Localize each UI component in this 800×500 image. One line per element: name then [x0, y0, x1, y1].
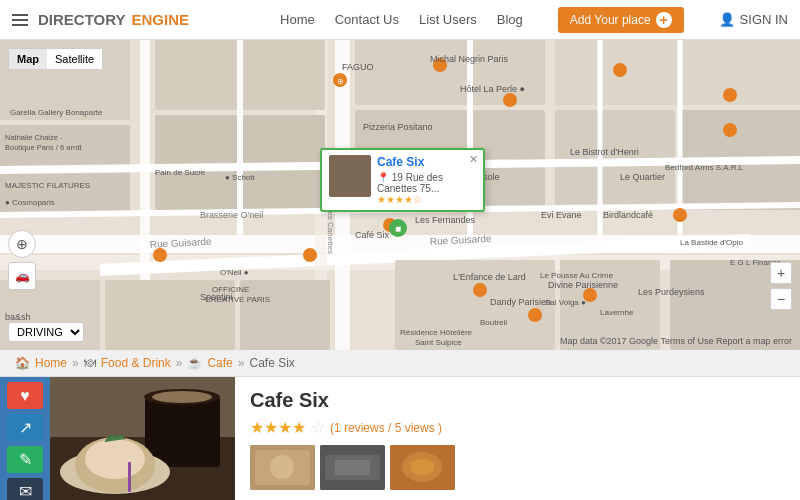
svg-rect-94: [128, 462, 131, 492]
logo-directory: DIRECTORY: [38, 11, 126, 28]
place-name: Cafe Six: [250, 389, 785, 412]
svg-text:Résidence Hôtelière: Résidence Hôtelière: [400, 328, 473, 337]
map-view-button[interactable]: Map: [9, 49, 47, 69]
popup-close-button[interactable]: ✕: [469, 153, 478, 166]
map-attribution: Map data ©2017 Google Terms of Use Repor…: [560, 336, 792, 346]
bottom-section: ♥ ↗ ✎ ✉: [0, 377, 800, 500]
hamburger-menu[interactable]: [12, 14, 28, 26]
popup-address: 📍 19 Rue des Canettes 75...: [377, 172, 476, 194]
svg-text:● Cosmoparis: ● Cosmoparis: [5, 198, 55, 207]
svg-text:L'Enfance de Lard: L'Enfance de Lard: [453, 272, 526, 282]
pin-icon: 📍: [377, 172, 389, 183]
svg-point-39: [673, 208, 687, 222]
logo-engine: ENGINE: [132, 11, 190, 28]
svg-point-103: [410, 459, 434, 475]
svg-rect-88: [145, 397, 220, 467]
svg-text:O'Neil ●: O'Neil ●: [220, 268, 249, 277]
svg-text:Les Purdeysiens: Les Purdeysiens: [638, 287, 705, 297]
plus-icon: +: [656, 12, 672, 28]
svg-text:Michal Negrin Paris: Michal Negrin Paris: [430, 54, 509, 64]
thumbnail-row: [250, 445, 785, 490]
svg-text:● Schott: ● Schott: [225, 173, 256, 182]
svg-text:Brasserie O'neil: Brasserie O'neil: [200, 210, 263, 220]
user-icon: 👤: [719, 12, 735, 27]
zoom-in-button[interactable]: +: [770, 262, 792, 284]
svg-point-33: [723, 123, 737, 137]
sidebar-icons: ♥ ↗ ✎ ✉: [0, 377, 50, 500]
svg-point-97: [270, 455, 294, 479]
map-left-controls: ⊕ 🚗: [8, 230, 36, 290]
star-empty: ☆: [311, 418, 325, 437]
svg-point-32: [723, 88, 737, 102]
travel-mode-select[interactable]: DRIVING: [8, 322, 84, 342]
svg-text:■: ■: [395, 223, 401, 234]
nav-home[interactable]: Home: [280, 12, 315, 27]
food-drink-icon: 🍽: [84, 356, 96, 370]
rating-info[interactable]: (1 reviews / 5 views ): [330, 421, 442, 435]
svg-rect-10: [355, 40, 545, 105]
svg-point-31: [613, 63, 627, 77]
svg-text:Nathalie Chaize -: Nathalie Chaize -: [5, 133, 63, 142]
nav-blog[interactable]: Blog: [497, 12, 523, 27]
svg-text:Le Quartier: Le Quartier: [620, 172, 665, 182]
svg-text:Pizzeria Positano: Pizzeria Positano: [363, 122, 433, 132]
map-popup: Cafe Six 📍 19 Rue des Canettes 75... ★★★…: [320, 148, 485, 212]
svg-text:FAGUO: FAGUO: [342, 62, 374, 72]
svg-point-37: [528, 308, 542, 322]
edit-button[interactable]: ✎: [7, 446, 43, 473]
add-place-button[interactable]: Add Your place +: [558, 7, 684, 33]
add-place-label: Add Your place: [570, 13, 651, 27]
popup-place-name[interactable]: Cafe Six: [377, 155, 476, 169]
zoom-out-button[interactable]: −: [770, 288, 792, 310]
message-icon: ✉: [19, 482, 32, 500]
svg-point-30: [503, 93, 517, 107]
svg-text:Evi Evane: Evi Evane: [541, 210, 582, 220]
satellite-view-button[interactable]: Satellite: [47, 49, 102, 69]
car-mode-button[interactable]: 🚗: [8, 262, 36, 290]
breadcrumb-sep-3: »: [238, 356, 245, 370]
map-container: ⊕ ■ Rue Guisarde Rue Guisarde Brasserie …: [0, 40, 800, 350]
share-button[interactable]: ↗: [7, 414, 43, 441]
place-photo-svg: [50, 377, 235, 500]
svg-text:ba&sh: ba&sh: [5, 312, 31, 322]
main-nav: Home Contact Us List Users Blog Add Your…: [280, 7, 788, 33]
svg-rect-17: [240, 280, 330, 350]
popup-thumbnail: [329, 155, 371, 197]
svg-text:Garella Gallery Bonaparte: Garella Gallery Bonaparte: [10, 108, 103, 117]
svg-text:Le Pousse Au Crime: Le Pousse Au Crime: [540, 271, 613, 280]
nav-list-users[interactable]: List Users: [419, 12, 477, 27]
edit-icon: ✎: [19, 450, 32, 469]
svg-text:Lavernhe: Lavernhe: [600, 308, 634, 317]
favorite-button[interactable]: ♥: [7, 382, 43, 409]
svg-point-40: [153, 248, 167, 262]
breadcrumb-current: Cafe Six: [249, 356, 294, 370]
nav-contact[interactable]: Contact Us: [335, 12, 399, 27]
svg-text:MAJESTIC FILATURES: MAJESTIC FILATURES: [5, 181, 90, 190]
heart-icon: ♥: [20, 387, 30, 405]
message-button[interactable]: ✉: [7, 478, 43, 500]
svg-point-90: [152, 391, 212, 403]
thumbnail-2[interactable]: [320, 445, 385, 490]
popup-stars: ★★★★☆: [377, 194, 476, 205]
svg-text:Le Bistrot d'Henri: Le Bistrot d'Henri: [570, 147, 639, 157]
svg-point-36: [473, 283, 487, 297]
site-logo: DIRECTORYENGINE: [38, 11, 189, 28]
thumbnail-3[interactable]: [390, 445, 455, 490]
svg-text:Birdlandcafé: Birdlandcafé: [603, 210, 653, 220]
thumbnail-1[interactable]: [250, 445, 315, 490]
share-icon: ↗: [19, 418, 32, 437]
place-photo: [50, 377, 235, 500]
svg-text:Boutreil: Boutreil: [480, 318, 507, 327]
breadcrumb-food-drink[interactable]: Food & Drink: [101, 356, 171, 370]
location-button[interactable]: ⊕: [8, 230, 36, 258]
sign-in-button[interactable]: 👤 SIGN IN: [719, 12, 788, 27]
breadcrumb-home[interactable]: Home: [35, 356, 67, 370]
svg-text:Dandy Parisien: Dandy Parisien: [490, 297, 551, 307]
driving-select-container: DRIVING: [8, 322, 84, 342]
svg-text:Pain de Sucre: Pain de Sucre: [155, 168, 206, 177]
breadcrumb-cafe[interactable]: Cafe: [207, 356, 232, 370]
stars-filled: ★★★★: [250, 418, 306, 437]
breadcrumb-sep-2: »: [176, 356, 183, 370]
svg-text:Bedford Arms S.A.R.L: Bedford Arms S.A.R.L: [665, 163, 744, 172]
svg-text:Boutique Paris / 6 arrdt: Boutique Paris / 6 arrdt: [5, 143, 83, 152]
